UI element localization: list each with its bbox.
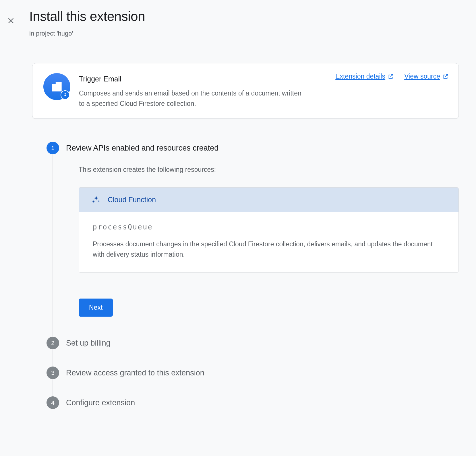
extension-details-link[interactable]: Extension details xyxy=(335,73,394,80)
step-intro: This extension creates the following res… xyxy=(79,166,459,174)
link-label: View source xyxy=(404,73,440,80)
extension-icon xyxy=(43,73,70,100)
step-1: 1 Review APIs enabled and resources crea… xyxy=(47,142,459,336)
resource-card-header: Cloud Function xyxy=(79,188,458,212)
close-icon xyxy=(7,17,15,25)
step-number-badge: 2 xyxy=(47,337,59,349)
page-subtitle: in project 'hugo' xyxy=(29,30,145,37)
page-title: Install this extension xyxy=(29,9,145,24)
step-label: Configure extension xyxy=(66,396,135,409)
install-stepper: 1 Review APIs enabled and resources crea… xyxy=(47,142,459,409)
firebase-badge-icon xyxy=(61,90,70,100)
link-label: Extension details xyxy=(335,73,385,80)
step-label: Review access granted to this extension xyxy=(66,367,204,379)
next-button[interactable]: Next xyxy=(79,299,113,317)
open-external-icon xyxy=(388,73,394,80)
step-number-badge: 3 xyxy=(47,367,59,379)
close-button[interactable] xyxy=(4,14,18,28)
open-external-icon xyxy=(442,73,449,80)
extension-name: Trigger Email xyxy=(79,75,306,83)
function-description: Processes document changes in the specif… xyxy=(93,239,445,260)
step-4[interactable]: 4 Configure extension xyxy=(47,396,459,409)
step-label: Set up billing xyxy=(66,337,111,349)
resource-title: Cloud Function xyxy=(108,196,156,204)
sparkle-icon xyxy=(92,195,101,204)
function-name: processQueue xyxy=(93,223,445,231)
resource-card: Cloud Function processQueue Processes do… xyxy=(79,187,459,272)
step-3[interactable]: 3 Review access granted to this extensio… xyxy=(47,367,459,379)
step-2[interactable]: 2 Set up billing xyxy=(47,337,459,349)
step-number-badge: 1 xyxy=(47,142,59,154)
extension-description: Composes and sends an email based on the… xyxy=(79,88,306,109)
step-number-badge: 4 xyxy=(47,396,59,409)
view-source-link[interactable]: View source xyxy=(404,73,449,80)
step-label: Review APIs enabled and resources create… xyxy=(66,142,459,154)
extension-summary-card: Trigger Email Composes and sends an emai… xyxy=(32,63,459,119)
